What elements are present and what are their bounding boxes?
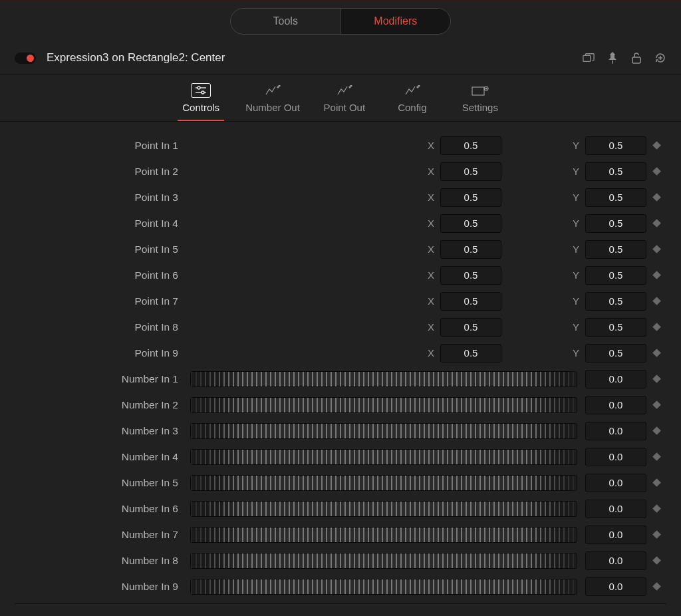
keyframe-toggle[interactable] [646,246,666,252]
thumbwheel-slider[interactable] [190,501,577,517]
point-x-input[interactable]: 0.5 [440,136,501,155]
point-in-row: Point In 7X0.5Y0.5 [15,288,666,314]
keyframe-toggle[interactable] [646,454,666,460]
tab-tools[interactable]: Tools [231,9,340,34]
thumbwheel-slider[interactable] [190,475,577,491]
point-x-input[interactable]: 0.5 [440,188,501,207]
keyframe-toggle[interactable] [646,583,666,589]
keyframe-toggle[interactable] [646,324,666,330]
diamond-icon [652,478,661,487]
controls-icon [191,83,211,98]
svg-point-16 [485,88,487,89]
node-title: Expression3 on Rectangle2: Center [47,51,583,65]
param-label: Point In 5 [15,243,190,255]
number-value-input[interactable]: 0.0 [585,577,646,596]
param-label: Point In 1 [15,140,190,152]
point-x-input[interactable]: 0.5 [440,240,501,259]
number-in-row: Number In 50.0 [15,470,666,496]
point-y-input[interactable]: 0.5 [585,162,646,181]
keyframe-toggle[interactable] [646,142,666,148]
tab-controls[interactable]: Controls [178,83,224,121]
tab-controls-label: Controls [182,102,219,113]
param-label: Point In 4 [15,218,190,230]
number-value-input[interactable]: 0.0 [585,396,646,414]
number-in-row: Number In 70.0 [15,522,666,547]
keyframe-toggle[interactable] [646,194,666,200]
thumbwheel-slider[interactable] [190,449,577,465]
number-value-input[interactable]: 0.0 [585,500,646,518]
point-in-row: Point In 1X0.5Y0.5 [15,132,666,158]
number-value-input[interactable]: 0.0 [585,474,646,492]
enable-toggle[interactable] [15,53,36,64]
keyframe-toggle[interactable] [646,480,666,486]
pin-icon[interactable] [607,52,618,64]
tab-settings[interactable]: Settings [457,83,503,121]
tab-config[interactable]: Config [389,83,436,121]
thumbwheel-slider[interactable] [190,553,577,569]
keyframe-toggle[interactable] [646,220,666,226]
params-panel: Point In 1X0.5Y0.5Point In 2X0.5Y0.5Poin… [0,122,681,616]
keyframe-toggle[interactable] [646,298,666,304]
param-label: Point In 7 [15,295,190,307]
number-value-input[interactable]: 0.0 [585,551,646,570]
point-in-row: Point In 9X0.5Y0.5 [15,340,666,366]
keyframe-toggle[interactable] [646,532,666,538]
number-value-input[interactable]: 0.0 [585,422,646,440]
point-x-input[interactable]: 0.5 [440,266,501,285]
number-value-input[interactable]: 0.0 [585,448,646,466]
point-x-input[interactable]: 0.5 [440,344,501,363]
reset-icon[interactable] [654,52,666,64]
number-in-row: Number In 60.0 [15,496,666,522]
axis-x-label: X [426,269,436,281]
keyframe-toggle[interactable] [646,168,666,174]
param-label: Point In 2 [15,166,190,178]
number-value-input[interactable]: 0.0 [585,370,646,388]
inspector-tabs: Controls Number Out Point Out Config [0,75,681,122]
tab-config-label: Config [398,102,426,113]
thumbwheel-slider[interactable] [190,397,577,413]
point-x-input[interactable]: 0.5 [440,162,501,181]
point-x-input[interactable]: 0.5 [440,214,501,233]
panel-divider [15,603,666,604]
tab-point-out[interactable]: Point Out [321,83,368,121]
keyframe-toggle[interactable] [646,506,666,512]
keyframe-toggle[interactable] [646,402,666,408]
keyframe-toggle[interactable] [646,376,666,382]
point-y-input[interactable]: 0.5 [585,136,646,155]
axis-y-label: Y [571,295,581,307]
point-y-input[interactable]: 0.5 [585,318,646,337]
point-y-input[interactable]: 0.5 [585,344,646,363]
axis-y-label: Y [571,166,581,177]
keyframe-toggle[interactable] [646,428,666,434]
point-y-input[interactable]: 0.5 [585,292,646,311]
keyframe-toggle[interactable] [646,557,666,563]
versions-icon[interactable] [583,52,595,64]
point-y-input[interactable]: 0.5 [585,214,646,233]
top-pill: Tools Modifiers [230,8,451,35]
thumbwheel-slider[interactable] [190,423,577,439]
param-label: Point In 8 [15,321,190,333]
thumbwheel-slider[interactable] [190,579,577,595]
point-x-input[interactable]: 0.5 [440,292,501,311]
point-y-input[interactable]: 0.5 [585,188,646,207]
svg-rect-0 [583,55,591,61]
tab-modifiers[interactable]: Modifiers [340,9,451,34]
lock-icon[interactable] [630,52,642,64]
param-label: Number In 7 [15,529,190,541]
point-x-input[interactable]: 0.5 [440,318,501,337]
point-in-row: Point In 6X0.5Y0.5 [15,262,666,288]
thumbwheel-slider[interactable] [190,371,577,387]
point-y-input[interactable]: 0.5 [585,240,646,259]
thumbwheel-slider[interactable] [190,527,577,543]
diamond-icon [652,193,661,202]
point-y-input[interactable]: 0.5 [585,266,646,285]
diamond-icon [652,245,661,253]
keyframe-toggle[interactable] [646,350,666,356]
diamond-icon [652,504,661,513]
point-out-icon [335,83,354,98]
diamond-icon [652,582,661,591]
number-value-input[interactable]: 0.0 [585,526,646,544]
keyframe-toggle[interactable] [646,272,666,278]
tab-number-out[interactable]: Number Out [245,83,300,121]
diamond-icon [652,323,661,331]
